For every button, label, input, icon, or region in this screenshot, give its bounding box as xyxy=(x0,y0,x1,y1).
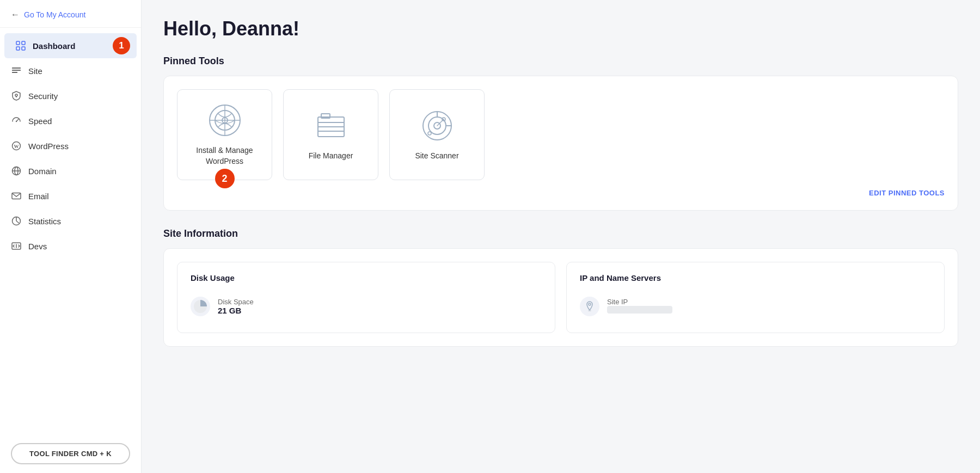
site-info-grid: Disk Usage Disk Space 21 GB xyxy=(177,262,945,333)
site-ip-row: Site IP xyxy=(580,291,931,322)
sidebar-item-label: Security xyxy=(28,91,58,101)
sidebar: ← Go To My Account Dashboard 1 xyxy=(0,0,142,473)
sidebar-item-label: Speed xyxy=(28,116,52,126)
svg-rect-3 xyxy=(22,47,25,50)
pinned-tools-grid: Install & Manage WordPress 2 File Manage… xyxy=(177,89,945,180)
sidebar-item-wordpress[interactable]: W WordPress xyxy=(0,133,141,158)
location-pin-icon xyxy=(584,300,596,312)
page-title: Hello, Deanna! xyxy=(163,17,958,40)
sidebar-item-security[interactable]: Security xyxy=(0,83,141,108)
main-content: Hello, Deanna! Pinned Tools xyxy=(142,0,980,473)
sidebar-nav: Dashboard 1 Site Sec xyxy=(0,28,141,434)
svg-point-7 xyxy=(15,94,17,96)
pinned-tools-title: Pinned Tools xyxy=(163,56,958,67)
tool-card-file-manager[interactable]: File Manager xyxy=(283,89,378,180)
dashboard-icon xyxy=(15,40,26,51)
tool-card-wordpress[interactable]: Install & Manage WordPress 2 xyxy=(177,89,272,180)
site-scanner-tool-icon xyxy=(420,108,455,143)
tool-card-site-scanner[interactable]: Site Scanner xyxy=(389,89,485,180)
sidebar-item-site[interactable]: Site xyxy=(0,58,141,83)
site-ip-value xyxy=(607,306,672,315)
sidebar-item-label: Statistics xyxy=(28,217,61,226)
site-ip-label: Site IP xyxy=(607,298,672,306)
tool-card-label: Site Scanner xyxy=(415,151,458,162)
ip-name-servers-title: IP and Name Servers xyxy=(580,273,931,282)
svg-point-34 xyxy=(428,132,431,135)
svg-point-37 xyxy=(588,310,591,311)
go-to-my-account-link[interactable]: ← Go To My Account xyxy=(0,0,141,28)
sidebar-item-dashboard[interactable]: Dashboard 1 xyxy=(4,33,137,58)
svg-rect-0 xyxy=(16,41,20,45)
sidebar-item-label: WordPress xyxy=(28,142,69,151)
site-icon xyxy=(11,65,22,76)
sidebar-item-devs[interactable]: Devs xyxy=(0,234,141,259)
statistics-icon xyxy=(11,216,22,226)
disk-usage-title: Disk Usage xyxy=(191,273,542,282)
back-arrow-icon: ← xyxy=(11,10,20,20)
sidebar-item-label: Devs xyxy=(28,242,47,251)
svg-rect-2 xyxy=(16,47,20,50)
back-label: Go To My Account xyxy=(24,10,85,19)
security-icon xyxy=(11,90,22,101)
svg-rect-5 xyxy=(12,70,21,71)
speed-icon xyxy=(11,115,22,126)
disk-pie-chart xyxy=(193,299,208,314)
disk-usage-panel: Disk Usage Disk Space 21 GB xyxy=(177,262,555,333)
wordpress-tool-icon xyxy=(207,103,242,138)
svg-rect-4 xyxy=(12,67,21,69)
site-ip-icon xyxy=(580,297,599,316)
pinned-tool-badge-2: 2 xyxy=(215,169,235,188)
svg-point-10 xyxy=(16,121,17,122)
tool-card-label: Install & Manage WordPress xyxy=(186,145,263,167)
sidebar-item-speed[interactable]: Speed xyxy=(0,108,141,133)
tool-card-label: File Manager xyxy=(309,151,353,162)
site-info-title: Site Information xyxy=(163,228,958,239)
svg-point-36 xyxy=(589,303,591,305)
devs-icon xyxy=(11,241,22,251)
disk-space-row: Disk Space 21 GB xyxy=(191,291,542,322)
sidebar-item-domain[interactable]: Domain xyxy=(0,158,141,183)
disk-space-value: 21 GB xyxy=(218,306,254,315)
site-info-card: Disk Usage Disk Space 21 GB xyxy=(163,248,958,347)
ip-name-servers-panel: IP and Name Servers Site IP xyxy=(566,262,945,333)
dashboard-badge: 1 xyxy=(113,37,130,54)
sidebar-item-email[interactable]: Email xyxy=(0,183,141,208)
tool-finder-button[interactable]: TOOL FINDER CMD + K xyxy=(11,443,130,464)
sidebar-item-label: Email xyxy=(28,192,49,201)
sidebar-item-statistics[interactable]: Statistics xyxy=(0,208,141,234)
disk-space-label: Disk Space xyxy=(218,298,254,306)
svg-rect-6 xyxy=(12,72,17,73)
sidebar-item-label: Dashboard xyxy=(33,41,75,51)
svg-text:W: W xyxy=(14,144,19,149)
pinned-tools-card: Install & Manage WordPress 2 File Manage… xyxy=(163,76,958,211)
wordpress-icon: W xyxy=(11,140,22,151)
sidebar-item-label: Site xyxy=(28,66,42,76)
file-manager-tool-icon xyxy=(314,108,348,143)
ip-placeholder xyxy=(607,306,672,314)
domain-icon xyxy=(11,165,22,176)
svg-rect-1 xyxy=(22,41,25,45)
email-icon xyxy=(11,191,22,201)
sidebar-item-label: Domain xyxy=(28,167,57,176)
edit-pinned-tools-link[interactable]: EDIT PINNED TOOLS xyxy=(177,189,945,197)
disk-space-icon xyxy=(191,297,210,316)
